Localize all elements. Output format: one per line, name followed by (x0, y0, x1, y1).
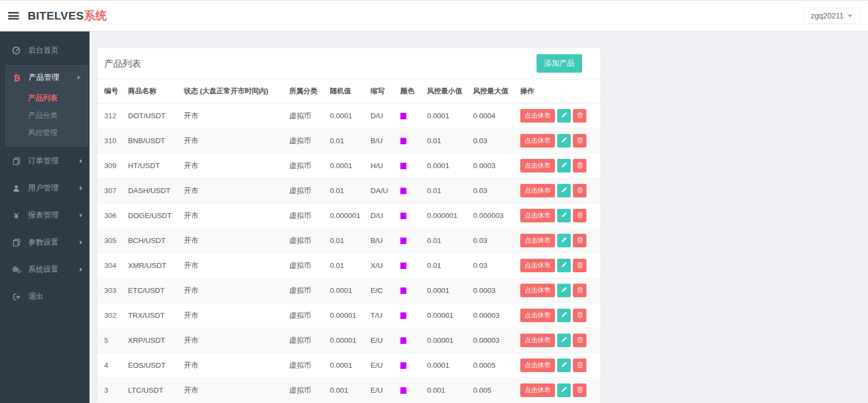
delete-button[interactable] (573, 383, 586, 397)
delete-button[interactable] (573, 134, 586, 148)
edit-button[interactable] (557, 259, 571, 272)
chevron-right-icon (80, 240, 82, 245)
suspend-market-button[interactable]: 点击休市 (520, 309, 555, 322)
suspend-market-button[interactable]: 点击休市 (520, 334, 555, 347)
sidebar-item-order-management[interactable]: 订单管理 (0, 148, 90, 175)
delete-button[interactable] (573, 209, 586, 222)
cell-min: 0.0001 (423, 278, 469, 303)
delete-button[interactable] (573, 184, 586, 197)
sidebar-subitem-product-category[interactable]: 产品分类 (6, 107, 87, 124)
edit-button[interactable] (557, 309, 571, 322)
sidebar-subitem-label: 产品列表 (28, 93, 58, 103)
sidebar-item-report-management[interactable]: ¥ 报表管理 (0, 202, 90, 229)
cell-name: HT/USDT (124, 153, 180, 178)
edit-button[interactable] (557, 109, 571, 123)
trash-icon (577, 286, 583, 295)
edit-button[interactable] (557, 334, 571, 347)
cell-random: 0.01 (326, 178, 366, 203)
col-header-abbr: 缩写 (366, 79, 396, 104)
delete-button[interactable] (573, 159, 586, 172)
cell-actions: 点击休市 (516, 303, 601, 328)
sidebar-subitem-label: 产品分类 (28, 111, 58, 120)
cell-min: 0.001 (423, 378, 469, 403)
suspend-market-button[interactable]: 点击休市 (520, 134, 555, 148)
suspend-market-button[interactable]: 点击休市 (520, 159, 555, 172)
delete-button[interactable] (573, 109, 586, 123)
edit-button[interactable] (557, 383, 571, 397)
delete-button[interactable] (573, 259, 586, 272)
cell-status: 开市 (180, 104, 285, 129)
cell-actions: 点击休市 (516, 203, 601, 228)
edit-button[interactable] (557, 359, 571, 372)
cell-random: 0.0001 (326, 278, 366, 303)
edit-button[interactable] (557, 234, 571, 247)
dashboard-icon (11, 46, 21, 55)
sidebar-item-product-management[interactable]: ₿ 产品管理 (6, 66, 87, 89)
edit-button[interactable] (557, 184, 571, 197)
cell-category: 虚拟币 (285, 253, 326, 278)
suspend-market-button[interactable]: 点击休市 (520, 109, 555, 123)
cell-status: 开市 (180, 378, 285, 403)
cell-color (396, 228, 423, 253)
edit-button[interactable] (557, 284, 571, 297)
cell-actions: 点击休市 (516, 328, 601, 353)
add-product-button[interactable]: 添加产品 (537, 54, 582, 73)
cell-id: 4 (98, 353, 124, 378)
sidebar-subitem-risk-management[interactable]: 风控管理 (6, 124, 87, 142)
edit-button[interactable] (557, 134, 571, 148)
sidebar-item-logout[interactable]: 退出 (0, 283, 90, 310)
col-header-id: 编号 (98, 79, 124, 104)
delete-button[interactable] (573, 334, 586, 347)
cell-category: 虚拟币 (285, 203, 326, 228)
suspend-market-button[interactable]: 点击休市 (520, 359, 555, 372)
suspend-market-button[interactable]: 点击休市 (520, 184, 555, 197)
edit-button[interactable] (557, 209, 571, 222)
cell-status: 开市 (180, 203, 285, 228)
cell-random: 0.01 (326, 129, 366, 153)
pencil-icon (561, 212, 567, 220)
suspend-market-button[interactable]: 点击休市 (520, 259, 555, 272)
sidebar-item-system-settings[interactable]: 系统设置 (0, 256, 90, 283)
cell-max: 0.005 (469, 378, 516, 403)
edit-button[interactable] (557, 159, 571, 172)
cell-name: LTC/USDT (124, 378, 180, 403)
sidebar-item-label: 系统设置 (28, 265, 80, 274)
gears-icon (11, 265, 21, 274)
sidebar-item-label: 报表管理 (28, 210, 80, 220)
suspend-market-button[interactable]: 点击休市 (520, 383, 555, 397)
delete-button[interactable] (573, 284, 586, 297)
sidebar-item-user-management[interactable]: 用户管理 (0, 175, 90, 202)
main-content: 产品列表 添加产品 编号 商品名称 状态 (大盘正常开市时间内) 所属分类 随机… (90, 31, 868, 403)
cell-category: 虚拟币 (285, 303, 326, 328)
sidebar-subitem-product-list[interactable]: 产品列表 (6, 89, 87, 107)
username-label: zgq20211 (811, 11, 844, 20)
suspend-market-button[interactable]: 点击休市 (520, 284, 555, 297)
suspend-market-button[interactable]: 点击休市 (520, 234, 555, 247)
suspend-market-button[interactable]: 点击休市 (520, 209, 555, 222)
page-title: 产品列表 (104, 57, 141, 70)
hamburger-menu-icon[interactable] (8, 12, 19, 20)
cell-max: 0.0004 (469, 104, 516, 129)
trash-icon (577, 311, 583, 320)
delete-button[interactable] (573, 359, 586, 372)
cell-color (396, 104, 423, 129)
logout-icon (11, 293, 21, 301)
pencil-icon (561, 311, 567, 319)
cell-abbr: H/U (366, 153, 396, 178)
trash-icon (577, 162, 583, 170)
trash-icon (577, 112, 583, 120)
sidebar-item-dashboard[interactable]: 后台首页 (0, 37, 90, 64)
sidebar-item-parameter-settings[interactable]: 参数设置 (0, 229, 90, 256)
cell-id: 305 (98, 228, 124, 253)
table-header-row: 编号 商品名称 状态 (大盘正常开市时间内) 所属分类 随机值 缩写 颜色 风控… (98, 79, 601, 104)
cell-name: DOT/USDT (124, 104, 180, 129)
app-window: BITELVES系统 zgq20211 后台首页 ₿ 产品管理 (0, 0, 868, 403)
color-swatch (400, 188, 406, 194)
chevron-right-icon (78, 75, 80, 80)
delete-button[interactable] (573, 234, 586, 247)
cell-abbr: D/U (366, 104, 396, 129)
user-dropdown[interactable]: zgq20211 (803, 8, 860, 24)
table-row: 303 ETC/USDT 开市 虚拟币 0.0001 E/C 0.0001 0.… (98, 278, 601, 303)
cell-random: 0.000001 (326, 203, 366, 228)
delete-button[interactable] (573, 309, 586, 322)
